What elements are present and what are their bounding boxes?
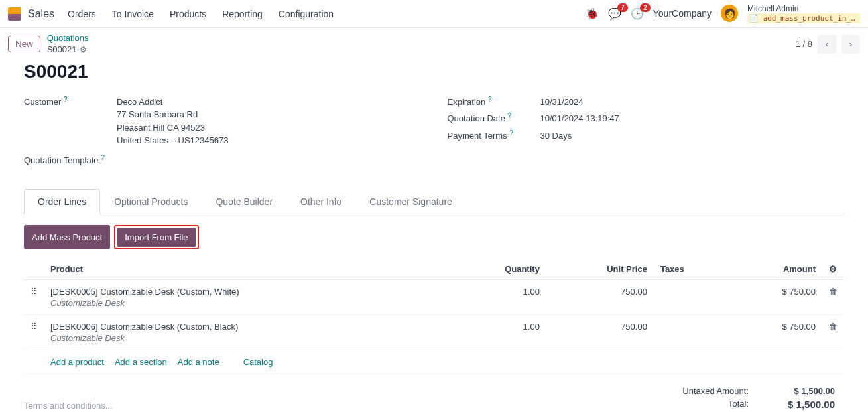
expiration-label: Expiration ?	[448, 96, 540, 107]
delete-row-icon[interactable]: 🗑	[822, 280, 844, 315]
untaxed-value: $ 1,500.00	[775, 386, 835, 396]
col-taxes[interactable]: Taxes	[654, 259, 728, 280]
user-context-script: 📄 add_mass_product_in_sale...	[747, 13, 860, 23]
user-avatar-icon[interactable]: 🧑	[721, 5, 738, 22]
company-selector[interactable]: YourCompany	[653, 8, 712, 19]
tab-customer-signature[interactable]: Customer Signature	[355, 189, 466, 214]
messages-badge: 7	[617, 3, 628, 12]
quotation-template-label: Quotation Template ?	[24, 154, 117, 165]
import-from-file-button[interactable]: Import From File	[117, 228, 196, 247]
table-row[interactable]: ⠿ [DESK0006] Customizable Desk (Custom, …	[24, 315, 844, 350]
pager-text[interactable]: 1 / 8	[796, 39, 812, 49]
drag-handle-icon[interactable]: ⠿	[24, 315, 44, 350]
menu-products[interactable]: Products	[170, 9, 206, 19]
delete-row-icon[interactable]: 🗑	[822, 315, 844, 350]
messages-icon[interactable]: 💬7	[608, 7, 621, 20]
breadcrumb-bar: New Quotations S00021 ⚙ 1 / 8 ‹ ›	[0, 28, 868, 61]
order-lines-table: Product Quantity Unit Price Taxes Amount…	[24, 259, 844, 350]
add-note-link[interactable]: Add a note	[178, 357, 219, 367]
form-content: S00021 Customer ? Deco Addict 77 Santa B…	[0, 61, 868, 412]
menu-configuration[interactable]: Configuration	[279, 9, 334, 19]
help-icon[interactable]: ?	[509, 129, 513, 137]
add-product-link[interactable]: Add a product	[50, 357, 104, 367]
tab-other-info[interactable]: Other Info	[286, 189, 355, 214]
customer-label: Customer ?	[24, 96, 117, 107]
main-menu: Orders To Invoice Products Reporting Con…	[68, 9, 334, 19]
col-amount[interactable]: Amount	[728, 259, 822, 280]
col-settings-icon[interactable]: ⚙	[822, 259, 844, 280]
cell-taxes[interactable]	[654, 315, 728, 350]
pager-prev-button[interactable]: ‹	[818, 35, 836, 54]
highlight-box: Import From File	[114, 225, 198, 249]
app-name[interactable]: Sales	[28, 8, 54, 20]
col-product[interactable]: Product	[44, 259, 450, 280]
catalog-link[interactable]: Catalog	[243, 357, 273, 367]
add-mass-product-button[interactable]: Add Mass Product	[24, 225, 110, 249]
cell-quantity[interactable]: 1.00	[450, 280, 546, 315]
breadcrumb-parent[interactable]: Quotations	[47, 33, 89, 44]
menu-orders[interactable]: Orders	[68, 9, 96, 19]
customer-value[interactable]: Deco Addict 77 Santa Barbara Rd Pleasant…	[117, 96, 421, 147]
menu-reporting[interactable]: Reporting	[222, 9, 263, 19]
tab-order-lines[interactable]: Order Lines	[24, 189, 100, 214]
breadcrumb-current: S00021 ⚙	[47, 44, 89, 56]
cell-taxes[interactable]	[654, 280, 728, 315]
payment-terms-label: Payment Terms ?	[448, 129, 540, 141]
help-icon[interactable]: ?	[101, 154, 105, 161]
user-menu[interactable]: Mitchell Admin 📄 add_mass_product_in_sal…	[747, 4, 860, 24]
totals-block: Untaxed Amount: $ 1,500.00 Total: $ 1,50…	[682, 386, 835, 412]
new-button[interactable]: New	[8, 36, 40, 52]
tab-optional-products[interactable]: Optional Products	[100, 189, 202, 214]
help-icon[interactable]: ?	[508, 112, 512, 119]
menu-to-invoice[interactable]: To Invoice	[112, 9, 154, 19]
col-unit-price[interactable]: Unit Price	[546, 259, 654, 280]
user-name: Mitchell Admin	[747, 4, 860, 13]
cell-product[interactable]: [DESK0005] Customizable Desk (Custom, Wh…	[44, 280, 450, 315]
activities-icon[interactable]: 🕒2	[631, 7, 644, 20]
cell-product[interactable]: [DESK0006] Customizable Desk (Custom, Bl…	[44, 315, 450, 350]
table-row[interactable]: ⠿ [DESK0005] Customizable Desk (Custom, …	[24, 280, 844, 315]
quotation-date-label: Quotation Date ?	[448, 112, 540, 123]
gear-icon[interactable]: ⚙	[80, 45, 87, 56]
total-value: $ 1,500.00	[775, 399, 835, 410]
app-logo-icon[interactable]	[8, 7, 21, 21]
cell-unit-price[interactable]: 750.00	[546, 315, 654, 350]
tab-quote-builder[interactable]: Quote Builder	[202, 189, 286, 214]
expiration-value[interactable]: 10/31/2024	[540, 96, 845, 109]
help-icon[interactable]: ?	[488, 96, 492, 103]
cell-amount: $ 750.00	[728, 280, 822, 315]
top-navbar: Sales Orders To Invoice Products Reporti…	[0, 0, 868, 28]
total-label: Total:	[728, 399, 749, 410]
tabs: Order Lines Optional Products Quote Buil…	[24, 189, 844, 214]
cell-unit-price[interactable]: 750.00	[546, 280, 654, 315]
quotation-date-value[interactable]: 10/01/2024 13:19:47	[540, 112, 845, 125]
col-quantity[interactable]: Quantity	[450, 259, 546, 280]
cell-quantity[interactable]: 1.00	[450, 315, 546, 350]
help-icon[interactable]: ?	[64, 96, 68, 103]
cell-amount: $ 750.00	[728, 315, 822, 350]
activities-badge: 2	[640, 3, 651, 12]
drag-handle-icon[interactable]: ⠿	[24, 280, 44, 315]
pager-next-button[interactable]: ›	[841, 35, 860, 54]
add-section-link[interactable]: Add a section	[115, 357, 167, 367]
payment-terms-value[interactable]: 30 Days	[540, 129, 845, 143]
untaxed-label: Untaxed Amount:	[682, 386, 749, 396]
record-title: S00021	[24, 61, 844, 82]
bug-icon[interactable]: 🐞	[586, 7, 599, 20]
